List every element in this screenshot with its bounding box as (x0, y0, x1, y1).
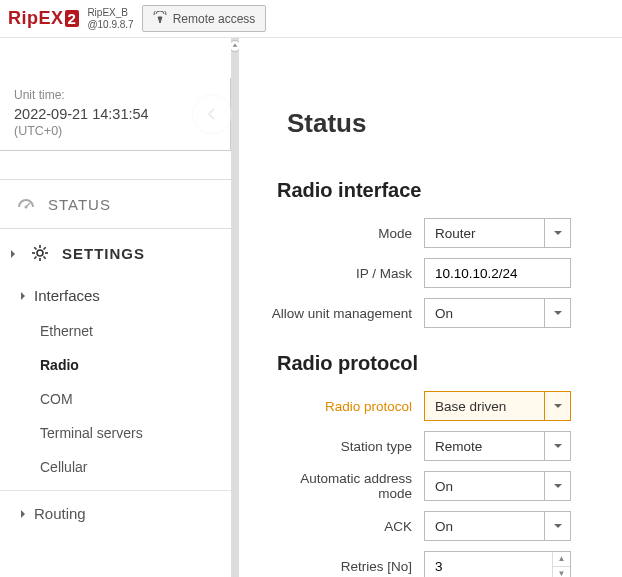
chevron-down-icon (544, 512, 570, 540)
radio-protocol-label: Radio protocol (269, 399, 424, 414)
logo-main: RipE (8, 8, 51, 29)
retries-input-field[interactable] (425, 552, 550, 577)
radio-protocol-value: Base driven (435, 399, 506, 414)
chevron-down-icon (544, 392, 570, 420)
spinner-up-icon[interactable]: ▲ (553, 552, 570, 566)
ack-label: ACK (269, 519, 424, 534)
svg-line-10 (44, 247, 46, 249)
chevron-down-icon (544, 472, 570, 500)
station-type-value: Remote (435, 439, 482, 454)
page-title: Status (287, 108, 622, 139)
row-auto-address: Automatic address mode On (269, 471, 622, 501)
ipmask-input[interactable] (424, 258, 571, 288)
remote-access-label: Remote access (173, 12, 256, 26)
ipmask-label: IP / Mask (269, 266, 424, 281)
nav-status-label: STATUS (48, 196, 111, 213)
collapse-sidebar-button[interactable] (192, 94, 232, 134)
chevron-down-icon (544, 299, 570, 327)
nav-status[interactable]: STATUS (0, 180, 231, 228)
main-pane: Status Radio interface Mode Router IP / … (239, 38, 622, 577)
row-ipmask: IP / Mask (269, 258, 622, 288)
svg-line-9 (34, 257, 36, 259)
nav-item-cellular[interactable]: Cellular (0, 450, 231, 484)
device-ip: @10.9.8.7 (87, 19, 133, 31)
mode-select-value: Router (435, 226, 476, 241)
chevron-right-icon (18, 505, 28, 522)
ack-value: On (435, 519, 453, 534)
mode-label: Mode (269, 226, 424, 241)
nav-group-interfaces-label: Interfaces (34, 287, 100, 304)
svg-line-8 (44, 257, 46, 259)
nav-item-com[interactable]: COM (0, 382, 231, 416)
logo-x: X (51, 8, 64, 29)
station-type-select[interactable]: Remote (424, 431, 571, 461)
device-info: RipEX_B @10.9.8.7 (87, 7, 133, 31)
svg-line-7 (34, 247, 36, 249)
nav-item-terminal-servers[interactable]: Terminal servers (0, 416, 231, 450)
sidebar: Unit time: 2022-09-21 14:31:54 (UTC+0) S… (0, 38, 231, 577)
unit-time-label: Unit time: (14, 88, 216, 102)
ipmask-input-field[interactable] (425, 259, 570, 287)
auto-address-select[interactable]: On (424, 471, 571, 501)
antenna-icon (153, 11, 167, 26)
retries-label: Retries [No] (269, 559, 424, 574)
svg-line-1 (26, 203, 30, 207)
nav-settings-label: SETTINGS (62, 245, 145, 262)
nav-group-interfaces[interactable]: Interfaces (0, 277, 231, 312)
chevron-down-icon (544, 219, 570, 247)
row-station-type: Station type Remote (269, 431, 622, 461)
nav-interfaces-list: Ethernet Radio COM Terminal servers Cell… (0, 312, 231, 490)
row-ack: ACK On (269, 511, 622, 541)
nav-item-radio[interactable]: Radio (0, 348, 231, 382)
allow-mgmt-label: Allow unit management (269, 306, 424, 321)
remote-access-button[interactable]: Remote access (142, 5, 267, 32)
spinner-down-icon[interactable]: ▼ (553, 566, 570, 578)
unit-time-box: Unit time: 2022-09-21 14:31:54 (UTC+0) (0, 78, 231, 151)
svg-point-2 (37, 250, 43, 256)
chevron-right-icon (18, 287, 28, 304)
nav-group-routing[interactable]: Routing (0, 490, 231, 532)
chevron-right-icon (8, 245, 18, 262)
retries-input[interactable]: ▲ ▼ (424, 551, 571, 577)
sidebar-divider[interactable] (231, 38, 239, 577)
top-bar: RipEX2 RipEX_B @10.9.8.7 Remote access (0, 0, 622, 38)
ack-select[interactable]: On (424, 511, 571, 541)
auto-address-label: Automatic address mode (269, 471, 424, 501)
nav: STATUS SETTINGS Interfaces Ethernet Radi… (0, 179, 231, 532)
retries-spinner[interactable]: ▲ ▼ (552, 552, 570, 577)
gear-icon (30, 243, 50, 263)
station-type-label: Station type (269, 439, 424, 454)
section-radio-interface-title: Radio interface (277, 179, 622, 202)
unit-time-tz: (UTC+0) (14, 124, 216, 138)
nav-item-ethernet[interactable]: Ethernet (0, 314, 231, 348)
allow-mgmt-value: On (435, 306, 453, 321)
gauge-icon (16, 194, 36, 214)
section-radio-protocol-title: Radio protocol (277, 352, 622, 375)
device-name: RipEX_B (87, 7, 133, 19)
radio-protocol-select[interactable]: Base driven (424, 391, 571, 421)
nav-group-routing-label: Routing (34, 505, 86, 522)
logo: RipEX2 (8, 8, 79, 29)
mode-select[interactable]: Router (424, 218, 571, 248)
logo-two-badge: 2 (65, 10, 80, 27)
row-allow-mgmt: Allow unit management On (269, 298, 622, 328)
allow-mgmt-select[interactable]: On (424, 298, 571, 328)
nav-settings[interactable]: SETTINGS (0, 228, 231, 277)
row-radio-protocol: Radio protocol Base driven (269, 391, 622, 421)
row-mode: Mode Router (269, 218, 622, 248)
row-retries: Retries [No] ▲ ▼ (269, 551, 622, 577)
auto-address-value: On (435, 479, 453, 494)
unit-time-value: 2022-09-21 14:31:54 (14, 106, 216, 122)
chevron-down-icon (544, 432, 570, 460)
